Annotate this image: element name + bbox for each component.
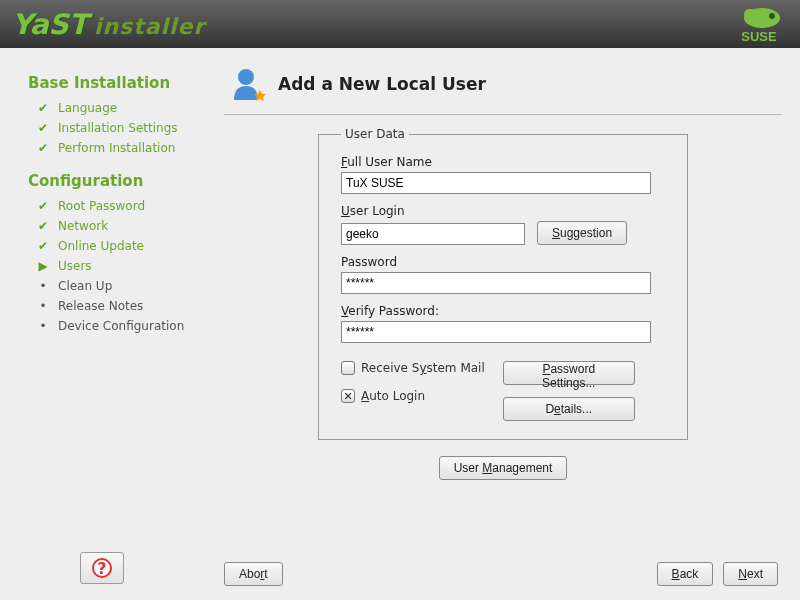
sidebar: Base Installation ✔Language ✔Installatio…	[0, 48, 220, 600]
logo-yast-text: YaST	[12, 8, 88, 41]
password-label: Password	[341, 255, 665, 269]
sidebar-heading-config: Configuration	[28, 172, 210, 190]
help-icon: ?	[92, 558, 112, 578]
sidebar-item-release-notes: •Release Notes	[28, 296, 210, 316]
bottom-bar: Abort Back Next	[224, 554, 782, 590]
suse-logo: SUSE	[730, 4, 788, 44]
sidebar-item-network: ✔Network	[28, 216, 210, 236]
header: YaST installer SUSE	[0, 0, 800, 48]
user-login-input[interactable]	[341, 223, 525, 245]
sidebar-heading-base: Base Installation	[28, 74, 210, 92]
user-login-label: User Login	[341, 204, 665, 218]
svg-point-4	[238, 69, 254, 85]
password-settings-button[interactable]: Password Settings...	[503, 361, 635, 385]
user-management-button[interactable]: User Management	[439, 456, 568, 480]
full-name-label: Full User Name	[341, 155, 665, 169]
svg-text:SUSE: SUSE	[741, 29, 777, 44]
verify-password-label: Verify Password:	[341, 304, 665, 318]
password-input[interactable]	[341, 272, 651, 294]
svg-point-1	[744, 9, 756, 19]
full-name-field: Full User Name	[341, 155, 665, 194]
checkbox-icon	[341, 389, 355, 403]
svg-point-2	[769, 13, 775, 19]
full-name-input[interactable]	[341, 172, 651, 194]
suggestion-button[interactable]: Suggestion	[537, 221, 627, 245]
verify-password-field: Verify Password:	[341, 304, 665, 343]
sidebar-item-language: ✔Language	[28, 98, 210, 118]
back-button[interactable]: Back	[657, 562, 714, 586]
auto-login-checkbox[interactable]: Auto Login	[341, 389, 485, 403]
page-title-row: Add a New Local User	[228, 64, 782, 104]
user-data-legend: User Data	[341, 127, 409, 141]
sidebar-list-base: ✔Language ✔Installation Settings ✔Perfor…	[28, 98, 210, 158]
title-divider	[224, 114, 782, 115]
abort-button[interactable]: Abort	[224, 562, 283, 586]
sidebar-item-root-password: ✔Root Password	[28, 196, 210, 216]
password-field: Password	[341, 255, 665, 294]
next-button[interactable]: Next	[723, 562, 778, 586]
sidebar-list-config: ✔Root Password ✔Network ✔Online Update ▶…	[28, 196, 210, 336]
sidebar-item-install-settings: ✔Installation Settings	[28, 118, 210, 138]
user-data-fieldset: User Data Full User Name User Login Sugg…	[318, 127, 688, 440]
sidebar-item-users: ▶Users	[28, 256, 210, 276]
help-button[interactable]: ?	[80, 552, 124, 584]
receive-mail-checkbox[interactable]: Receive System Mail	[341, 361, 485, 375]
checkbox-icon	[341, 361, 355, 375]
sidebar-item-online-update: ✔Online Update	[28, 236, 210, 256]
verify-password-input[interactable]	[341, 321, 651, 343]
page-title: Add a New Local User	[278, 74, 486, 94]
sidebar-item-device-config: •Device Configuration	[28, 316, 210, 336]
logo-installer-text: installer	[94, 14, 206, 39]
content: Add a New Local User User Data Full User…	[220, 48, 800, 600]
user-add-icon	[228, 64, 268, 104]
yast-logo: YaST installer	[12, 8, 205, 41]
sidebar-item-cleanup: •Clean Up	[28, 276, 210, 296]
user-login-field: User Login Suggestion	[341, 204, 665, 245]
details-button[interactable]: Details...	[503, 397, 635, 421]
sidebar-item-perform-install: ✔Perform Installation	[28, 138, 210, 158]
